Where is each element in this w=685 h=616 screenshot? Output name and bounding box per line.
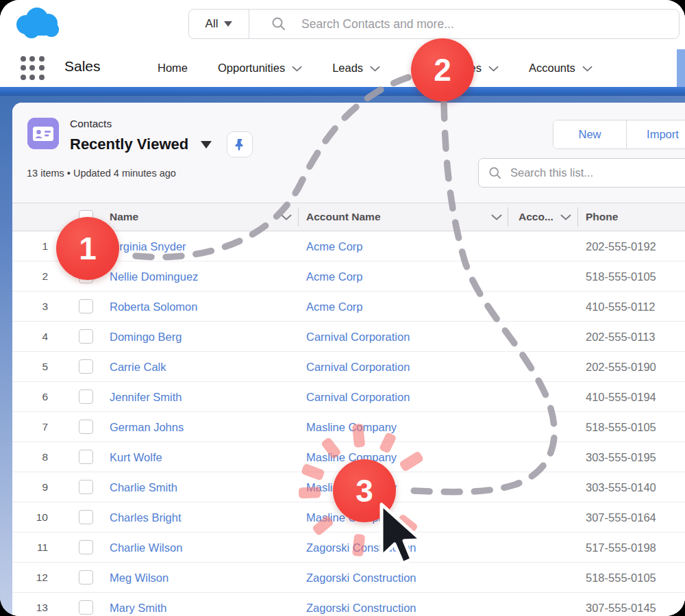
phone-value: 517-555-0198 <box>586 532 656 563</box>
tab-opportunities[interactable]: Opportunities <box>203 49 317 87</box>
account-name-link[interactable]: Zagorski Construction <box>306 563 416 593</box>
list-view-title: Recently Viewed <box>70 136 188 153</box>
phone-value: 410-555-0112 <box>586 292 656 322</box>
account-name-link[interactable]: Acme Corp <box>306 261 363 292</box>
nav-edge-accent <box>677 49 685 87</box>
tab-label: Leads <box>332 62 363 75</box>
column-header-account[interactable]: Account Name <box>306 203 381 231</box>
phone-value: 307-555-0164 <box>586 502 656 532</box>
phone-value: 303-555-0195 <box>586 442 656 472</box>
table-row: 6Jennifer SmithCarnival Corporation410-5… <box>12 382 685 412</box>
row-checkbox[interactable] <box>79 480 93 494</box>
contact-name-link[interactable]: Jennifer Smith <box>110 382 182 412</box>
table-row: 7German JohnsMasline Company518-555-0105 <box>12 412 685 442</box>
contact-name-link[interactable]: Meg Wilson <box>110 563 169 593</box>
account-name-link[interactable]: Zagorski Construction <box>306 532 416 563</box>
chevron-down-icon <box>370 66 380 72</box>
contact-name-link[interactable]: Mary Smith <box>110 593 166 616</box>
contact-name-link[interactable]: Virginia Snyder <box>110 231 186 261</box>
new-button[interactable]: New <box>553 120 626 149</box>
app-name: Sales <box>64 58 101 75</box>
row-number: 11 <box>19 532 48 563</box>
tab-label: Home <box>158 62 188 75</box>
app-launcher-icon[interactable] <box>21 56 45 81</box>
tab-leads[interactable]: Leads <box>317 49 395 87</box>
global-search: All Search Contacts and more... <box>188 9 680 39</box>
pin-icon <box>233 138 247 151</box>
brand-stripe <box>0 87 685 96</box>
row-checkbox[interactable] <box>79 570 93 585</box>
chevron-down-icon <box>281 214 292 220</box>
contact-name-link[interactable]: Charles Bright <box>110 502 182 532</box>
row-checkbox[interactable] <box>79 299 93 313</box>
row-checkbox[interactable] <box>79 450 93 464</box>
table-row: 4Domingo BergCarnival Corporation202-555… <box>12 322 685 352</box>
phone-value: 307-555-0145 <box>586 593 656 616</box>
row-checkbox[interactable] <box>79 600 93 615</box>
account-name-link[interactable]: Acme Corp <box>306 292 363 322</box>
search-icon <box>271 16 286 31</box>
column-divider <box>508 207 508 227</box>
contact-name-link[interactable]: Carrie Calk <box>110 352 166 382</box>
list-search-input[interactable]: Search this list... <box>510 166 593 179</box>
phone-value: 202-555-0192 <box>586 231 656 261</box>
table-row: 12Meg WilsonZagorski Construction518-555… <box>12 563 685 593</box>
object-label: Contacts <box>70 118 112 130</box>
dropdown-arrow-icon <box>224 21 232 27</box>
salesforce-logo-icon <box>11 4 62 41</box>
global-search-input[interactable]: Search Contacts and more... <box>301 17 454 31</box>
table-row: 5Carrie CalkCarnival Corporation202-555-… <box>12 352 685 382</box>
account-name-link[interactable]: Acme Corp <box>306 231 363 261</box>
row-number: 3 <box>19 292 48 322</box>
phone-value: 518-555-0105 <box>586 563 656 593</box>
contacts-list-card: Contacts Recently Viewed 13 items • Upda… <box>12 103 685 616</box>
contact-name-link[interactable]: Nellie Dominguez <box>110 261 198 292</box>
tab-label: Opportunities <box>218 62 285 75</box>
contact-name-link[interactable]: German Johns <box>110 412 184 442</box>
account-name-link[interactable]: Carnival Corporation <box>306 382 410 412</box>
row-number: 2 <box>19 261 48 292</box>
row-number: 1 <box>19 231 48 261</box>
chevron-down-icon <box>488 66 499 72</box>
row-number: 8 <box>19 442 48 472</box>
screenshot-root: All Search Contacts and more... Sales Ho… <box>0 0 685 616</box>
nav-tabs: HomeOpportunitiesLeadsFilesAccounts <box>142 49 608 87</box>
account-name-link[interactable]: Masline Company <box>306 412 397 442</box>
row-checkbox[interactable] <box>79 329 93 344</box>
phone-value: 518-555-0105 <box>586 261 656 292</box>
contact-name-link[interactable]: Charlie Smith <box>110 472 177 502</box>
row-number: 13 <box>19 593 48 616</box>
column-header-name[interactable]: Name <box>110 203 138 231</box>
global-header: All Search Contacts and more... <box>0 0 685 49</box>
search-scope-dropdown[interactable]: All <box>189 10 249 38</box>
contact-name-link[interactable]: Kurt Wolfe <box>110 442 162 472</box>
step-number: 1 <box>79 230 97 267</box>
contact-name-link[interactable]: Charlie Wilson <box>110 532 182 563</box>
account-name-link[interactable]: Zagorski Construction <box>306 593 416 616</box>
contact-name-link[interactable]: Domingo Berg <box>110 322 182 352</box>
search-scope-value: All <box>206 17 219 31</box>
chevron-down-icon <box>582 66 593 72</box>
tab-accounts[interactable]: Accounts <box>514 49 608 87</box>
row-checkbox[interactable] <box>79 420 93 434</box>
row-checkbox[interactable] <box>79 389 93 404</box>
view-selector-caret-icon[interactable] <box>201 141 212 149</box>
row-number: 12 <box>19 563 48 593</box>
account-name-link[interactable]: Carnival Corporation <box>306 322 410 352</box>
column-header-acco[interactable]: Acco... <box>519 203 571 231</box>
row-checkbox[interactable] <box>79 510 93 524</box>
pin-list-button[interactable] <box>227 131 253 157</box>
phone-value: 410-555-0194 <box>586 382 656 412</box>
row-checkbox[interactable] <box>79 540 93 554</box>
chevron-down-icon <box>491 214 502 220</box>
column-divider <box>577 207 578 227</box>
contact-name-link[interactable]: Roberta Solomon <box>110 292 197 322</box>
account-name-link[interactable]: Carnival Corporation <box>306 352 410 382</box>
table-header: Name Account Name Acco... Phone <box>12 203 685 231</box>
table-row: 11Charlie WilsonZagorski Construction517… <box>12 532 685 563</box>
import-button[interactable]: Import <box>626 120 685 149</box>
row-checkbox[interactable] <box>79 359 93 374</box>
row-number: 10 <box>19 502 48 532</box>
tab-home[interactable]: Home <box>142 49 203 87</box>
chevron-down-icon <box>560 214 571 220</box>
